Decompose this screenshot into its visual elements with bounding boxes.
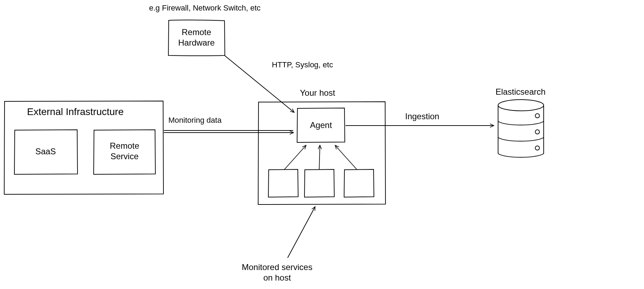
saas-label: SaaS bbox=[35, 147, 56, 156]
monitoring-data-label: Monitoring data bbox=[168, 116, 222, 125]
monitored-services-l2: on host bbox=[263, 273, 291, 282]
remote-hardware-box: Remote Hardware bbox=[168, 20, 225, 56]
your-host-container: Agent bbox=[258, 102, 385, 204]
monitored-services-l1: Monitored services bbox=[242, 262, 312, 272]
agent-label: Agent bbox=[310, 120, 332, 130]
your-host-title: Your host bbox=[300, 88, 335, 98]
agent-box: Agent bbox=[297, 108, 345, 142]
remote-service-l2: Service bbox=[110, 152, 139, 161]
host-service-1 bbox=[268, 169, 298, 197]
remote-hardware-l1: Remote bbox=[182, 27, 211, 37]
remote-service-box: Remote Service bbox=[94, 130, 155, 174]
host-service-3 bbox=[344, 169, 374, 197]
arrow-svc3-agent bbox=[335, 146, 357, 170]
arrow-external-to-host bbox=[164, 130, 293, 133]
external-infra-title: External Infrastructure bbox=[27, 106, 123, 117]
elasticsearch-db-icon bbox=[498, 100, 544, 157]
svg-point-3 bbox=[535, 146, 539, 150]
remote-hw-example-label: e.g Firewall, Network Switch, etc bbox=[149, 4, 261, 12]
elasticsearch-title: Elasticsearch bbox=[496, 87, 546, 96]
arrow-svc2-agent bbox=[319, 146, 320, 170]
svg-point-1 bbox=[535, 114, 539, 118]
arrow-svc1-agent bbox=[284, 146, 306, 170]
svg-point-2 bbox=[535, 130, 539, 134]
architecture-diagram: e.g Firewall, Network Switch, etc Remote… bbox=[0, 0, 644, 289]
svg-point-0 bbox=[498, 100, 544, 111]
remote-service-l1: Remote bbox=[110, 141, 139, 150]
ingestion-label: Ingestion bbox=[405, 112, 439, 121]
arrow-monitored-to-host bbox=[288, 207, 315, 258]
http-syslog-label: HTTP, Syslog, etc bbox=[272, 60, 333, 69]
remote-hardware-l2: Hardware bbox=[178, 38, 215, 47]
external-infra-container: External Infrastructure SaaS Remote Serv… bbox=[4, 101, 163, 194]
saas-box: SaaS bbox=[14, 130, 78, 174]
host-service-2 bbox=[304, 169, 334, 197]
